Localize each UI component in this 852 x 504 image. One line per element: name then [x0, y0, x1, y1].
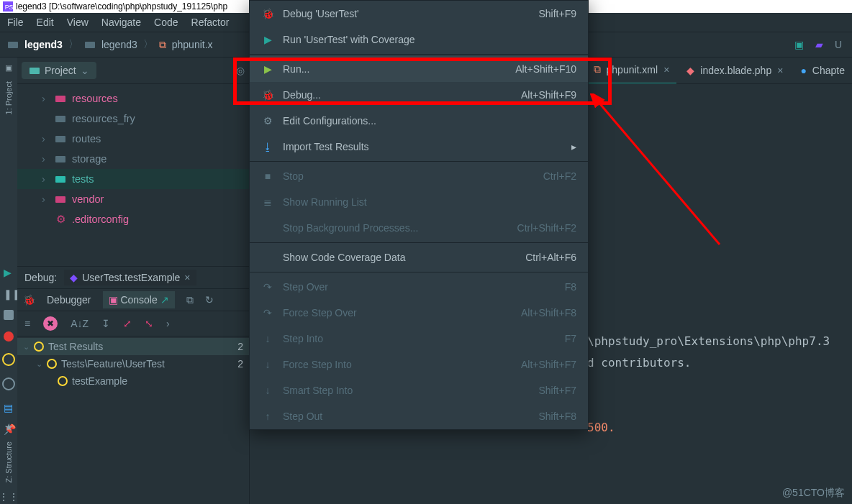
expand-icon[interactable]: ⤢: [123, 318, 132, 329]
menu-debug[interactable]: 🐞Debug...Alt+Shift+F9: [250, 82, 588, 108]
collapse-icon[interactable]: ▣: [5, 63, 12, 73]
menu-view[interactable]: View: [67, 17, 89, 28]
reload-icon[interactable]: ↻: [205, 294, 214, 306]
wallet-icon[interactable]: ▰: [815, 39, 823, 50]
close-icon[interactable]: ×: [777, 65, 783, 76]
tab-debugger[interactable]: Debugger: [47, 294, 91, 306]
tab-console[interactable]: ▣ Console ↗: [103, 291, 175, 308]
ring-grey-icon[interactable]: [2, 377, 15, 390]
target-icon[interactable]: ◎: [236, 65, 245, 76]
close-icon[interactable]: ×: [663, 64, 669, 75]
grip-icon[interactable]: ⋮⋮: [0, 491, 19, 503]
menu-force-step-into[interactable]: ↓Force Step IntoAlt+Shift+F7: [250, 352, 588, 377]
menu-show-coverage[interactable]: Show Code Coverage DataCtrl+Alt+F6: [250, 244, 588, 270]
breadcrumb-folder[interactable]: legend3: [101, 39, 137, 50]
popout-icon[interactable]: ↗: [160, 294, 169, 306]
folder-icon: [55, 153, 66, 165]
tree-resources-fry[interactable]: resources_fry: [17, 109, 249, 129]
svg-rect-7: [55, 136, 65, 142]
step-out-icon: ↑: [261, 411, 274, 422]
step-into-icon: ↓: [261, 359, 274, 370]
debug-tabs: 🐞 Debugger ▣ Console ↗ ⧉ ↻: [17, 289, 249, 311]
menu-step-into[interactable]: ↓Step IntoF7: [250, 326, 588, 352]
folder-icon: [7, 39, 19, 50]
menu-navigate[interactable]: Navigate: [101, 17, 141, 28]
menu-stop[interactable]: ■StopCtrl+F2: [250, 163, 588, 189]
step-over-icon: ↷: [261, 307, 274, 319]
menu-step-out[interactable]: ↑Step OutShift+F8: [250, 403, 588, 429]
test-suite[interactable]: ⌄ Tests\Feature\UserTest 2: [17, 355, 249, 372]
menu-smart-step-into[interactable]: ↓Smart Step IntoShift+F7: [250, 377, 588, 403]
svg-rect-6: [55, 116, 65, 122]
ring-yellow-icon[interactable]: [2, 353, 15, 366]
debug-label: Debug:: [24, 272, 57, 283]
menu-edit-configs[interactable]: ⚙Edit Configurations...: [250, 108, 588, 134]
u-icon[interactable]: U: [835, 39, 842, 50]
menu-show-running[interactable]: ≣Show Running List: [250, 189, 588, 215]
bug-icon[interactable]: 🐞: [23, 294, 35, 306]
pause-icon[interactable]: ❚❚: [4, 288, 14, 298]
tab-phpunit[interactable]: ⧉phpunit.xml×: [586, 58, 677, 84]
menu-code[interactable]: Code: [154, 17, 178, 28]
tree-tests[interactable]: ›tests: [17, 169, 249, 189]
bug-icon: 🐞: [261, 89, 274, 101]
close-icon[interactable]: ×: [184, 272, 190, 283]
menu-import-tests[interactable]: ⭳Import Test Results▸: [250, 134, 588, 160]
breadcrumb-file[interactable]: phpunit.x: [172, 39, 213, 50]
sort-az-icon[interactable]: A↓Z: [71, 318, 89, 329]
tree-routes[interactable]: ›routes: [17, 129, 249, 149]
tree-vendor[interactable]: ›vendor: [17, 189, 249, 209]
collapse-icon[interactable]: ⤡: [145, 318, 153, 329]
warning-icon: [47, 359, 57, 369]
filter-icon[interactable]: ≡: [24, 318, 30, 329]
php-icon: ◆: [70, 272, 78, 283]
rerun-icon[interactable]: ▶: [4, 267, 14, 277]
menu-edit[interactable]: Edit: [37, 17, 54, 28]
php-icon: ●: [800, 65, 806, 76]
project-selector[interactable]: Project ⌄: [22, 62, 96, 79]
test-case[interactable]: testExample: [17, 372, 249, 390]
tab-index-blade[interactable]: ◆index.blade.php×: [679, 58, 790, 83]
menu-run-coverage[interactable]: ▶Run 'UserTest' with Coverage: [250, 27, 588, 52]
svg-text:PS: PS: [5, 4, 13, 11]
svg-rect-10: [55, 196, 65, 203]
menu-debug-usertest[interactable]: 🐞Debug 'UserTest'Shift+F9: [250, 1, 588, 27]
next-icon[interactable]: ›: [166, 318, 170, 329]
thread-icon[interactable]: ⧉: [186, 294, 194, 306]
svg-rect-5: [55, 96, 65, 102]
menu-force-step-over[interactable]: ↷Force Step OverAlt+Shift+F8: [250, 300, 588, 326]
tab-chapter[interactable]: ●Chapte: [793, 58, 852, 83]
layout-icon[interactable]: ▤: [4, 402, 14, 412]
record-icon[interactable]: [4, 331, 14, 342]
folder-icon: [55, 113, 66, 124]
stop-icon[interactable]: [4, 310, 14, 320]
debug-file-chip[interactable]: ◆ UserTest.testExample ×: [64, 270, 196, 285]
test-results-root[interactable]: ⌄ Test Results 2: [17, 338, 249, 355]
menu-run[interactable]: ▶Run...Alt+Shift+F10: [250, 56, 588, 82]
left-rail-project[interactable]: 1: Project: [4, 81, 13, 114]
svg-rect-2: [8, 42, 18, 48]
tree-storage[interactable]: ›storage: [17, 149, 249, 169]
svg-rect-3: [85, 42, 95, 48]
project-tree: ›resources resources_fry ›routes ›storag…: [17, 84, 249, 234]
xml-icon: ⧉: [594, 63, 601, 75]
star-icon[interactable]: ★: [4, 421, 14, 433]
folder-icon: [55, 133, 66, 145]
failed-badge[interactable]: ✖: [43, 316, 58, 331]
structure-label[interactable]: Z: Structure: [4, 441, 13, 482]
tree-resources[interactable]: ›resources: [17, 88, 249, 109]
watermark: @51CTO博客: [782, 487, 845, 500]
breadcrumb-root[interactable]: legend3: [24, 39, 63, 50]
gear-icon: ⚙: [261, 115, 274, 127]
tree-down-icon[interactable]: ↧: [101, 318, 110, 329]
tree-editorconfig[interactable]: ⚙.editorconfig: [17, 209, 249, 229]
console-icon: ▣: [109, 294, 118, 306]
menu-step-over[interactable]: ↷Step OverF8: [250, 274, 588, 300]
terminal-icon[interactable]: ▣: [794, 39, 804, 50]
menu-refactor[interactable]: Refactor: [191, 17, 230, 28]
xml-icon: ⧉: [159, 39, 166, 51]
menu-file[interactable]: File: [7, 17, 24, 28]
menu-stop-bg[interactable]: Stop Background Processes...Ctrl+Shift+F…: [250, 215, 588, 241]
folder-icon: [84, 39, 96, 50]
file-icon: ⚙: [55, 214, 66, 225]
